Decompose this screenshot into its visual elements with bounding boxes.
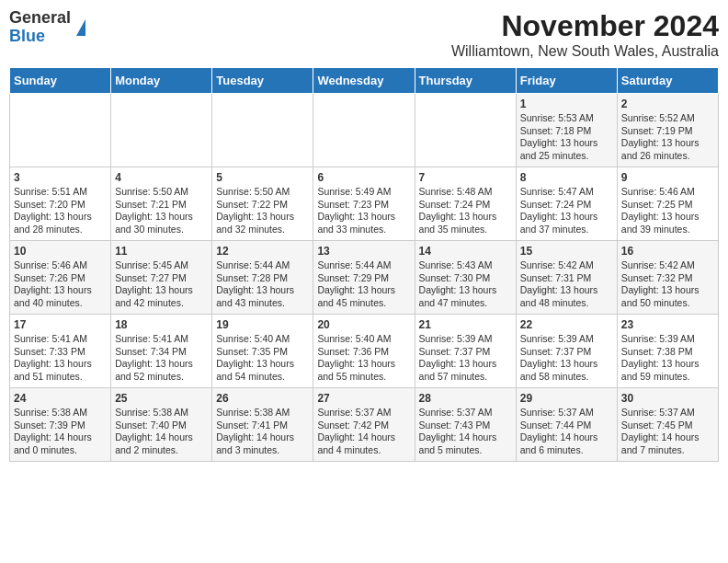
calendar-title: November 2024 <box>451 9 719 43</box>
day-number: 25 <box>115 392 208 405</box>
day-info-line: Sunset: 7:29 PM <box>317 272 410 285</box>
day-number: 10 <box>14 245 107 258</box>
day-info-line: Sunset: 7:38 PM <box>621 346 714 359</box>
day-info-line: Sunset: 7:35 PM <box>216 346 309 359</box>
day-info-line: Sunset: 7:25 PM <box>621 199 714 212</box>
day-info-line: Sunrise: 5:37 AM <box>621 407 714 419</box>
logo: General Blue <box>9 9 85 46</box>
day-info-line: and 30 minutes. <box>115 224 208 236</box>
day-info-line: Sunrise: 5:52 AM <box>621 112 714 125</box>
calendar-cell <box>415 94 516 167</box>
day-info-line: Daylight: 13 hours <box>14 358 107 371</box>
day-info-line: Sunrise: 5:44 AM <box>317 259 410 272</box>
day-info-line: Sunrise: 5:53 AM <box>520 112 613 125</box>
weekday-header-thursday: Thursday <box>415 68 516 94</box>
calendar-cell: 8Sunrise: 5:47 AMSunset: 7:24 PMDaylight… <box>516 167 617 241</box>
calendar-cell: 27Sunrise: 5:37 AMSunset: 7:42 PMDayligh… <box>313 388 415 462</box>
day-number: 7 <box>419 171 512 184</box>
day-info-line: and 3 minutes. <box>216 444 309 457</box>
day-info-line: Sunrise: 5:44 AM <box>216 259 309 272</box>
day-info-line: Sunset: 7:30 PM <box>419 272 512 285</box>
day-info-line: Sunrise: 5:39 AM <box>520 333 613 346</box>
day-info-line: Sunset: 7:42 PM <box>317 419 410 432</box>
day-info-line: Sunset: 7:40 PM <box>115 419 208 432</box>
day-info-line: Sunrise: 5:51 AM <box>14 186 107 199</box>
calendar-cell <box>111 94 212 167</box>
logo-triangle-icon <box>76 19 85 36</box>
day-number: 27 <box>317 392 410 405</box>
calendar-cell: 29Sunrise: 5:37 AMSunset: 7:44 PMDayligh… <box>516 388 617 462</box>
day-info-line: Sunset: 7:24 PM <box>419 199 512 212</box>
day-info-line: Sunrise: 5:39 AM <box>621 333 714 346</box>
calendar-table: SundayMondayTuesdayWednesdayThursdayFrid… <box>9 67 719 462</box>
day-info-line: and 25 minutes. <box>520 150 613 163</box>
day-number: 16 <box>621 245 714 258</box>
day-number: 28 <box>419 392 512 405</box>
day-info-line: Daylight: 14 hours <box>14 431 107 444</box>
calendar-subtitle: Williamtown, New South Wales, Australia <box>451 43 719 60</box>
calendar-cell: 17Sunrise: 5:41 AMSunset: 7:33 PMDayligh… <box>10 315 111 388</box>
day-info-line: Sunrise: 5:38 AM <box>216 407 309 419</box>
day-info-line: Daylight: 13 hours <box>621 358 714 371</box>
calendar-cell: 11Sunrise: 5:45 AMSunset: 7:27 PMDayligh… <box>111 241 212 315</box>
day-info-line: and 33 minutes. <box>317 224 410 236</box>
day-info-line: Sunrise: 5:43 AM <box>419 259 512 272</box>
day-number: 14 <box>419 245 512 258</box>
calendar-week-1: 1Sunrise: 5:53 AMSunset: 7:18 PMDaylight… <box>10 94 719 167</box>
day-number: 12 <box>216 245 309 258</box>
day-info-line: Sunrise: 5:37 AM <box>419 407 512 419</box>
day-info-line: Sunrise: 5:46 AM <box>14 259 107 272</box>
day-info-line: and 45 minutes. <box>317 297 410 310</box>
day-info-line: Sunset: 7:22 PM <box>216 199 309 212</box>
day-info-line: and 26 minutes. <box>621 150 714 163</box>
day-info-line: Daylight: 13 hours <box>621 211 714 224</box>
day-info-line: Daylight: 13 hours <box>115 284 208 297</box>
day-info-line: Sunset: 7:37 PM <box>520 346 613 359</box>
calendar-cell: 19Sunrise: 5:40 AMSunset: 7:35 PMDayligh… <box>212 315 313 388</box>
day-info-line: and 54 minutes. <box>216 371 309 384</box>
day-info-line: and 40 minutes. <box>14 297 107 310</box>
day-number: 11 <box>115 245 208 258</box>
day-number: 30 <box>621 392 714 405</box>
day-info-line: Sunset: 7:27 PM <box>115 272 208 285</box>
day-number: 24 <box>14 392 107 405</box>
day-number: 19 <box>216 318 309 331</box>
day-info-line: and 50 minutes. <box>621 297 714 310</box>
logo-text-block: General Blue <box>9 9 71 46</box>
calendar-cell: 13Sunrise: 5:44 AMSunset: 7:29 PMDayligh… <box>313 241 415 315</box>
day-number: 4 <box>115 171 208 184</box>
calendar-cell: 18Sunrise: 5:41 AMSunset: 7:34 PMDayligh… <box>111 315 212 388</box>
day-info-line: and 5 minutes. <box>419 444 512 457</box>
day-number: 8 <box>520 171 613 184</box>
calendar-cell: 5Sunrise: 5:50 AMSunset: 7:22 PMDaylight… <box>212 167 313 241</box>
day-info-line: Sunrise: 5:50 AM <box>216 186 309 199</box>
calendar-header: SundayMondayTuesdayWednesdayThursdayFrid… <box>10 68 719 94</box>
day-number: 9 <box>621 171 714 184</box>
day-info-line: Daylight: 13 hours <box>520 137 613 150</box>
day-info-line: Sunset: 7:37 PM <box>419 346 512 359</box>
calendar-cell: 15Sunrise: 5:42 AMSunset: 7:31 PMDayligh… <box>516 241 617 315</box>
title-block: November 2024 Williamtown, New South Wal… <box>451 9 719 60</box>
day-info-line: Daylight: 13 hours <box>14 284 107 297</box>
day-info-line: Sunrise: 5:49 AM <box>317 186 410 199</box>
weekday-header-saturday: Saturday <box>617 68 718 94</box>
day-info-line: and 37 minutes. <box>520 224 613 236</box>
day-info-line: and 43 minutes. <box>216 297 309 310</box>
day-info-line: Daylight: 13 hours <box>520 284 613 297</box>
day-number: 20 <box>317 318 410 331</box>
day-info-line: Sunrise: 5:39 AM <box>419 333 512 346</box>
day-info-line: Sunset: 7:26 PM <box>14 272 107 285</box>
calendar-cell: 23Sunrise: 5:39 AMSunset: 7:38 PMDayligh… <box>617 315 718 388</box>
day-info-line: Daylight: 13 hours <box>216 211 309 224</box>
day-info-line: Sunset: 7:23 PM <box>317 199 410 212</box>
day-info-line: Sunset: 7:32 PM <box>621 272 714 285</box>
calendar-cell: 12Sunrise: 5:44 AMSunset: 7:28 PMDayligh… <box>212 241 313 315</box>
day-info-line: Sunrise: 5:50 AM <box>115 186 208 199</box>
weekday-header-monday: Monday <box>111 68 212 94</box>
day-info-line: Sunset: 7:31 PM <box>520 272 613 285</box>
day-info-line: Daylight: 13 hours <box>520 211 613 224</box>
day-info-line: and 39 minutes. <box>621 224 714 236</box>
day-info-line: and 7 minutes. <box>621 444 714 457</box>
day-info-line: and 47 minutes. <box>419 297 512 310</box>
day-info-line: and 59 minutes. <box>621 371 714 384</box>
